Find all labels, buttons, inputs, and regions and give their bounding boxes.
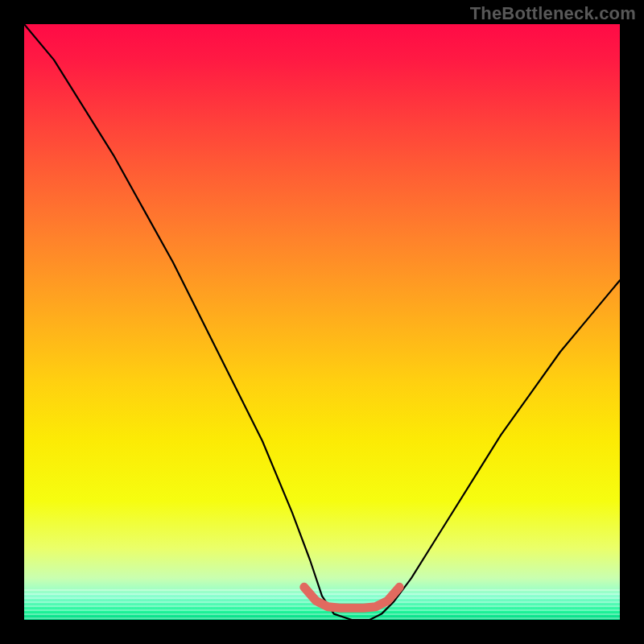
coral-flat-segment xyxy=(304,587,399,608)
watermark-text: TheBottleneck.com xyxy=(470,3,636,24)
curve-layer xyxy=(24,24,620,620)
chart-frame: TheBottleneck.com xyxy=(0,0,644,644)
plot-area xyxy=(24,24,620,620)
black-curve xyxy=(24,24,620,620)
